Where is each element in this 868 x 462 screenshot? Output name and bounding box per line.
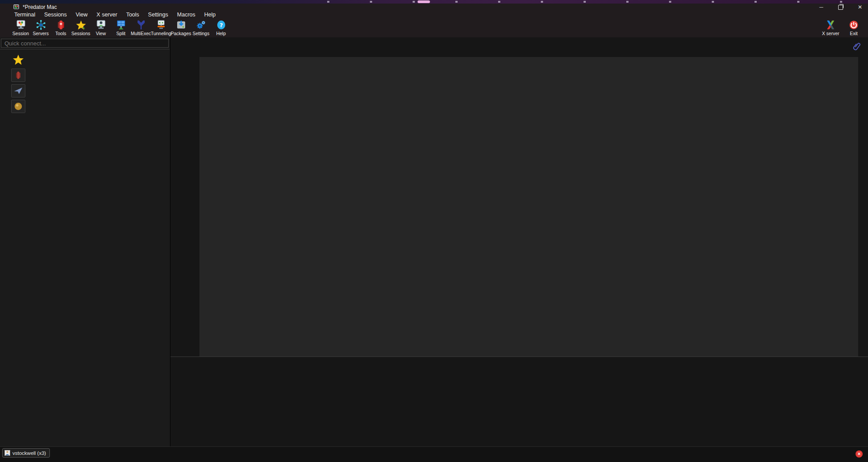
- menu-item-sessions[interactable]: Sessions: [40, 11, 71, 19]
- servers-icon: [36, 19, 46, 31]
- toolbar-left-group: SessionServersToolsSessionsViewSplitMult…: [11, 19, 231, 36]
- tools-icon: [56, 19, 66, 31]
- terminal-bottom-separator: [170, 357, 868, 357]
- menu-item-macros[interactable]: Macros: [173, 11, 200, 19]
- menu-item-view[interactable]: View: [71, 11, 92, 19]
- quick-connect-input[interactable]: [1, 39, 169, 48]
- toolbar-label: Help: [216, 31, 226, 36]
- tools-button[interactable]: Tools: [51, 19, 71, 36]
- packages-icon: [176, 19, 187, 31]
- menu-bar: TerminalSessionsViewX serverToolsSetting…: [0, 11, 868, 19]
- menu-item-settings[interactable]: Settings: [144, 11, 173, 19]
- tunneling-button[interactable]: Tunneling: [151, 19, 171, 36]
- toolbar-label: Tunneling: [151, 31, 171, 36]
- sidebar-strip-knife-button[interactable]: [11, 69, 25, 82]
- view-icon: [96, 19, 106, 31]
- toolbar-label: Split: [116, 31, 125, 36]
- menu-item-help[interactable]: Help: [200, 11, 220, 19]
- exit-icon: [848, 19, 859, 31]
- tools-knife-icon: [14, 70, 23, 80]
- sidebar-strip-star-button[interactable]: [11, 53, 25, 66]
- settings-icon: [196, 19, 207, 31]
- xserver-button[interactable]: X server: [819, 19, 842, 36]
- toolbar-right-group: X serverExit: [819, 19, 865, 36]
- help-button[interactable]: ?Help: [211, 19, 231, 36]
- servers-button[interactable]: Servers: [31, 19, 51, 36]
- sessions-button[interactable]: Sessions: [71, 19, 91, 36]
- toolbar-label: Sessions: [71, 31, 90, 36]
- toolbar-label: Tools: [55, 31, 66, 36]
- exit-button[interactable]: Exit: [842, 19, 865, 36]
- help-icon: ?: [216, 19, 227, 31]
- sidebar-strip-plane-button[interactable]: [11, 84, 25, 97]
- split-button[interactable]: Split: [111, 19, 131, 36]
- maximize-button[interactable]: [838, 5, 843, 10]
- toolbar-label: Session: [12, 31, 29, 36]
- minimize-button[interactable]: ─: [818, 4, 825, 11]
- main-area: [170, 37, 868, 446]
- split-icon: [116, 19, 126, 31]
- user-icon: [4, 450, 10, 456]
- tunneling-icon: [156, 19, 166, 31]
- app-icon: [13, 4, 20, 10]
- toolbar: SessionServersToolsSessionsViewSplitMult…: [0, 19, 868, 37]
- session-tree-panel: [0, 49, 170, 446]
- window-title: *Predator Mac: [23, 4, 57, 10]
- sidebar-icon-strip: [11, 53, 26, 113]
- title-bar: *Predator Mac ─ ✕: [0, 4, 868, 11]
- session-button[interactable]: Session: [11, 19, 31, 36]
- background-active-tab-pill: [418, 0, 430, 3]
- session-icon: [16, 19, 26, 31]
- multiexec-icon: [136, 19, 146, 31]
- macros-plane-icon: [13, 86, 23, 96]
- bottom-status-bar: vstockwell (x3) ✕: [0, 446, 868, 462]
- terminal[interactable]: [199, 57, 858, 357]
- close-button[interactable]: ✕: [856, 4, 864, 11]
- user-session-label: vstockwell (x3): [12, 450, 46, 456]
- notification-close-badge[interactable]: ✕: [856, 450, 863, 458]
- multiexec-button[interactable]: MultiExec: [131, 19, 151, 36]
- toolbar-label: Servers: [32, 31, 49, 36]
- toolbar-label: MultiExec: [131, 31, 151, 36]
- packages-button[interactable]: Packages: [171, 19, 191, 36]
- toolbar-label: View: [96, 31, 106, 36]
- toolbar-label: Packages: [170, 31, 191, 36]
- toolbar-label: X server: [822, 31, 839, 36]
- menu-item-x-server[interactable]: X server: [92, 11, 122, 19]
- settings-button[interactable]: Settings: [191, 19, 211, 36]
- terminal-tab-bar: [170, 48, 868, 57]
- svg-text:?: ?: [219, 22, 223, 28]
- background-browser-strip: [0, 0, 868, 4]
- toolbar-label: Settings: [193, 31, 210, 36]
- background-tab-dots: [327, 1, 864, 3]
- mobaxterm-window: { "window": { "title": "*Predator Mac", …: [0, 0, 868, 462]
- user-session-tab[interactable]: vstockwell (x3): [2, 448, 50, 458]
- sessions-sidebar: [0, 37, 170, 446]
- favorites-star-icon: [12, 54, 24, 65]
- paperclip-icon[interactable]: [853, 42, 861, 51]
- menu-item-tools[interactable]: Tools: [122, 11, 143, 19]
- view-button[interactable]: View: [91, 19, 111, 36]
- sidebar-strip-ball-button[interactable]: [11, 100, 25, 113]
- toolbar-label: Exit: [850, 31, 858, 36]
- sessions-icon: [76, 19, 86, 31]
- menu-item-terminal[interactable]: Terminal: [10, 11, 40, 19]
- games-ball-icon: [13, 101, 23, 111]
- xserver-icon: [825, 19, 836, 31]
